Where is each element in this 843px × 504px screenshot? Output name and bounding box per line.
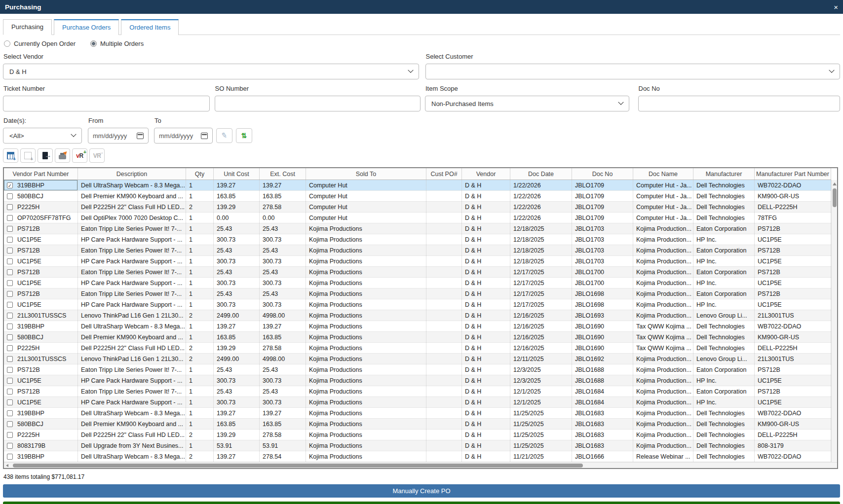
from-date-input[interactable]: mm/dd/yyyy: [88, 128, 149, 144]
radio-currently-open-order[interactable]: Currently Open Order: [4, 40, 76, 47]
table-row[interactable]: 319BBHPDell UltraSharp Webcam - 8.3 Mega…: [4, 408, 831, 419]
row-checkbox[interactable]: [7, 421, 13, 427]
table-row[interactable]: 319BBHPDell UltraSharp Webcam - 8.3 Mega…: [4, 321, 831, 332]
table-row[interactable]: 580BBCJDell Premier KM900 Keyboard and .…: [4, 332, 831, 343]
row-checkbox[interactable]: [7, 367, 13, 373]
table-row[interactable]: PS712BEaton Tripp Lite Series Power It! …: [4, 386, 831, 397]
row-checkbox[interactable]: [7, 291, 13, 297]
calendar-icon[interactable]: [201, 133, 208, 139]
table-row[interactable]: PS712BEaton Tripp Lite Series Power It! …: [4, 245, 831, 256]
vendor-return-button[interactable]: VR→: [89, 148, 105, 163]
close-icon[interactable]: ×: [834, 3, 838, 11]
vendor-select[interactable]: D & H: [3, 64, 419, 79]
column-header-ext-cost[interactable]: Ext. Cost: [260, 168, 306, 180]
table-row[interactable]: 8083179BDell Upgrade from 3Y Next Busine…: [4, 440, 831, 451]
row-checkbox[interactable]: [7, 193, 13, 199]
row-checkbox[interactable]: [7, 334, 13, 340]
row-checkbox[interactable]: [7, 313, 13, 319]
customer-select[interactable]: [425, 64, 841, 79]
place-online-order-button[interactable]: Place Online Order: [3, 502, 840, 504]
table-row[interactable]: PS712BEaton Tripp Lite Series Power It! …: [4, 288, 831, 299]
calendar-icon[interactable]: [137, 133, 144, 139]
column-header-unit-cost[interactable]: Unit Cost: [214, 168, 260, 180]
radio-multiple-orders[interactable]: Multiple Orders: [90, 40, 144, 47]
row-checkbox[interactable]: [7, 302, 13, 308]
brush-button[interactable]: ✎: [216, 128, 232, 143]
clear-selection-button[interactable]: [20, 148, 36, 163]
horizontal-scrollbar-thumb[interactable]: [13, 464, 583, 468]
column-header-vendor-part-number[interactable]: Vendor Part Number: [4, 168, 78, 180]
print-send-button[interactable]: [55, 148, 70, 163]
row-checkbox[interactable]: [7, 432, 13, 438]
row-checkbox[interactable]: [7, 258, 13, 264]
tab-ordered-items[interactable]: Ordered Items: [121, 19, 179, 35]
scroll-left-arrow-icon[interactable]: [6, 464, 8, 467]
table-row[interactable]: 21L3001TUSSCSLenovo ThinkPad L16 Gen 1 2…: [4, 310, 831, 321]
tab-purchase-orders[interactable]: Purchase Orders: [54, 19, 119, 35]
item-scope-select[interactable]: Non-Purchased Items: [425, 96, 629, 111]
row-checkbox[interactable]: [7, 410, 13, 416]
row-checkbox[interactable]: [7, 237, 13, 243]
row-checkbox-checked[interactable]: ✓: [7, 182, 13, 188]
table-row[interactable]: UC1P5EHP Care Pack Hardware Support - ..…: [4, 397, 831, 408]
manually-create-po-button[interactable]: Manually Create PO: [3, 484, 840, 498]
column-header-vendor[interactable]: Vendor: [462, 168, 510, 180]
refresh-button[interactable]: ⇅: [236, 128, 252, 143]
row-checkbox[interactable]: [7, 215, 13, 221]
radio-circle-icon[interactable]: [4, 40, 10, 47]
vendor-return-add-button[interactable]: vR+: [72, 148, 87, 163]
select-grid-button[interactable]: [3, 148, 18, 163]
column-header-cust-po[interactable]: Cust PO#: [426, 168, 462, 180]
row-checkbox[interactable]: [7, 345, 13, 351]
vertical-scrollbar[interactable]: [831, 180, 837, 462]
table-row[interactable]: UC1P5EHP Care Pack Hardware Support - ..…: [4, 234, 831, 245]
ticket-number-input[interactable]: [3, 96, 210, 111]
row-checkbox[interactable]: [7, 399, 13, 405]
column-header-qty[interactable]: Qty: [186, 168, 214, 180]
row-checkbox[interactable]: [7, 443, 13, 449]
column-header-manufacturer-part-number[interactable]: Manufacturer Part Number: [755, 168, 831, 180]
column-header-description[interactable]: Description: [78, 168, 186, 180]
table-row[interactable]: UC1P5EHP Care Pack Hardware Support - ..…: [4, 299, 831, 310]
column-header-doc-name[interactable]: Doc Name: [633, 168, 693, 180]
column-header-manufacturer[interactable]: Manufacturer: [693, 168, 755, 180]
table-row[interactable]: UC1P5EHP Care Pack Hardware Support - ..…: [4, 375, 831, 386]
column-header-doc-date[interactable]: Doc Date: [510, 168, 572, 180]
vertical-scrollbar-thumb[interactable]: [833, 188, 837, 207]
table-row[interactable]: ✓319BBHPDell UltraSharp Webcam - 8.3 Meg…: [4, 180, 831, 191]
doc-no-input[interactable]: [638, 96, 841, 111]
table-row[interactable]: PS712BEaton Tripp Lite Series Power It! …: [4, 223, 831, 234]
table-row[interactable]: P2225HDell P2225H 22" Class Full HD LED.…: [4, 202, 831, 213]
so-number-input[interactable]: [215, 96, 421, 111]
column-header-doc-no[interactable]: Doc No: [572, 168, 633, 180]
row-checkbox[interactable]: [7, 389, 13, 395]
dates-select[interactable]: <All>: [3, 128, 82, 144]
row-checkbox[interactable]: [7, 378, 13, 384]
row-checkbox[interactable]: [7, 269, 13, 275]
table-row[interactable]: OP7020SFF78TFGDell OptiPlex 7000 7020 De…: [4, 213, 831, 223]
table-row[interactable]: P2225HDell P2225H 22" Class Full HD LED.…: [4, 343, 831, 354]
table-row[interactable]: UC1P5EHP Care Pack Hardware Support - ..…: [4, 278, 831, 288]
row-checkbox[interactable]: [7, 248, 13, 253]
row-checkbox[interactable]: [7, 226, 13, 232]
table-row[interactable]: 580BBCJDell Premier KM900 Keyboard and .…: [4, 419, 831, 430]
table-row[interactable]: P2225HDell P2225H 22" Class Full HD LED.…: [4, 430, 831, 440]
row-checkbox[interactable]: [7, 280, 13, 286]
export-document-button[interactable]: [38, 148, 53, 163]
scroll-up-arrow-icon[interactable]: [833, 182, 837, 185]
row-checkbox[interactable]: [7, 204, 13, 210]
row-checkbox[interactable]: [7, 356, 13, 362]
tab-purchasing[interactable]: Purchasing: [3, 19, 52, 35]
row-checkbox[interactable]: [7, 454, 13, 460]
to-date-input[interactable]: mm/dd/yyyy: [154, 128, 213, 144]
table-row[interactable]: PS712BEaton Tripp Lite Series Power It! …: [4, 267, 831, 278]
horizontal-scrollbar[interactable]: [4, 462, 837, 468]
table-row[interactable]: 21L3001TUSSCSLenovo ThinkPad L16 Gen 1 2…: [4, 354, 831, 364]
radio-circle-checked-icon[interactable]: [90, 40, 97, 47]
table-row[interactable]: UC1P5EHP Care Pack Hardware Support - ..…: [4, 256, 831, 267]
row-checkbox[interactable]: [7, 324, 13, 329]
table-row[interactable]: 319BBHPDell UltraSharp Webcam - 8.3 Mega…: [4, 451, 831, 462]
table-row[interactable]: PS712BEaton Tripp Lite Series Power It! …: [4, 364, 831, 375]
column-header-sold-to[interactable]: Sold To: [306, 168, 426, 180]
table-row[interactable]: 580BBCJDell Premier KM900 Keyboard and .…: [4, 191, 831, 202]
